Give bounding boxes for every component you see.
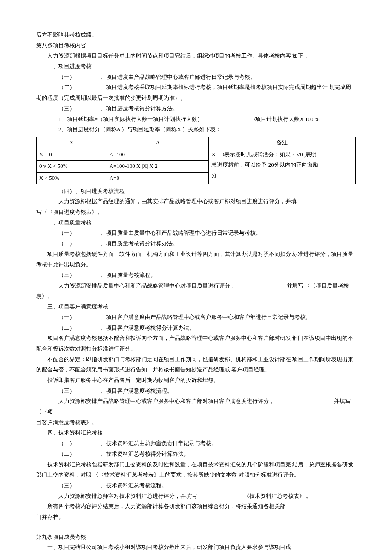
item-num: （一） — [58, 230, 75, 236]
item-text: 项目进度得分（简称A ）与项目延期率（简称X ）关系如下表： — [67, 126, 222, 132]
heading-section-2: 二、项目质量考核 — [36, 218, 356, 228]
list-item: （三）、技术资料汇总考核流程。 — [36, 480, 356, 491]
item-num: （一） — [58, 74, 75, 80]
paragraph: 目客户满意度考核表》。 — [36, 417, 356, 428]
item-text: 、项目客户满意度考核得分计算办法。 — [101, 325, 195, 331]
item-text-2: /项目计划执行大数X 100 % — [254, 116, 320, 122]
table-cell: A=100-100 X |X| X 2 — [107, 161, 209, 173]
item-num: （三） — [58, 105, 75, 112]
table-header: 备注 — [209, 137, 356, 149]
list-item: 1、项目延期率=（项目实际执行大数一项目计划执行大数）/项目计划执行大数X 10… — [36, 114, 356, 125]
text-part: 人力资源部安排总师室对技术资料汇总进行评分，并填写 — [58, 493, 197, 499]
paragraph: 项目客户满意度考核包括不配合和投诉两个方面，产品战略管理中心或客户服务中心和客户… — [36, 333, 356, 354]
paragraph: 门并存档。 — [36, 512, 356, 523]
heading-section-1: 一、项目进度考核 — [36, 61, 356, 72]
list-item: （一）、项目进度由产品战略管理中心或客户部进行日常记录与考核。 — [36, 72, 356, 83]
list-item: （二）、技术资料汇总考核得分计算办法。 — [36, 449, 356, 460]
table-cell: 0 v X < 50% — [37, 161, 107, 173]
paragraph: 一、项目完结且公司项目考核小组对该项目考核分数出来后，研发部门项目负责人要求参与… — [36, 542, 356, 553]
list-item: （二）、项目客户满意度考核得分计算办法。 — [36, 323, 356, 334]
table-row: X = 0 A=100 X = 0表示按时兀成碕洒分；如果 x V0 ,表明 总… — [37, 149, 356, 161]
item-num: 2、 — [58, 126, 67, 132]
table-cell-note: X = 0表示按时兀成碕洒分；如果 x V0 ,表明 总进度超前，可以给予 20… — [209, 149, 356, 184]
list-item: 2、项目进度得分（简称A ）与项目延期率（简称X ）关系如下表： — [36, 124, 356, 135]
table-cell: A=100 — [107, 149, 209, 161]
paragraph: 人力资源部安排产品战略管理中心或客户服务中心和客户部对项目客户满意度进行评分，并… — [36, 396, 356, 417]
note-line: 分 — [211, 170, 353, 181]
item-text: 项目延期率=（项目实际执行大数一项目计划执行大数） — [67, 116, 203, 122]
paragraph: 项目质量考核包括硬件方面、软件方面、机构方面和工业设计等四方面，其计算办法是对照… — [36, 249, 356, 270]
table-header-row: X A 备注 — [37, 137, 356, 149]
item-num: （二） — [58, 240, 75, 247]
table-cell: A=0 — [107, 172, 209, 184]
list-item: （一）、项目质量由质量中心和产品战略管理中心进行日常记录与考核。 — [36, 228, 356, 239]
item-text: 、项目进度考核采取项目延期率指标进行考核，项目延期率是指考核项目实际完成周期超出… — [36, 84, 351, 101]
item-text: 、项目质量考核得分计算办法。 — [101, 240, 178, 247]
item-text: 、项目进度由产品战略管理中心或客户部进行日常记录与考核。 — [101, 74, 256, 80]
table-cell: X > 50% — [37, 172, 107, 184]
paragraph: 不配合的界定：即指研发部门与考核部门之间在项目工作期间，也指研发部、机构部和工业… — [36, 354, 356, 375]
item-num: 1、 — [58, 116, 67, 122]
item-num: （三） — [58, 272, 75, 278]
list-item: （一）、项目客户满意度由产品战略管理中心或客户服务中心和客户部进行日常记录与考核… — [36, 312, 356, 323]
item-num: （二） — [58, 451, 75, 457]
paragraph: 写〈〈项目进度考核表》。 — [36, 207, 356, 218]
item-num: （一） — [58, 440, 75, 446]
table-header: A — [107, 137, 209, 149]
paragraph: 人力资源部安排总师室对技术资料汇总进行评分，并填写《技术资料汇总考核表》 。 — [36, 491, 356, 502]
item-num: （一） — [58, 314, 75, 320]
list-item: （四）、项目进度考核流程 — [36, 186, 356, 197]
table-cell: X = 0 — [37, 149, 107, 161]
item-text: 、项目客户满意度考核流程。 — [101, 388, 173, 394]
list-item: （二）、项目进度考核采取项目延期率指标进行考核，项目延期率是指考核项目实际完成周… — [36, 82, 356, 103]
heading-article-9: 第九条项目成员考核 — [36, 532, 356, 543]
item-text: 、技术资料汇总考核流程。 — [101, 482, 167, 489]
item-num: （二） — [58, 325, 75, 331]
paragraph: 技术资料汇总考核包括研发部门上交资料的及时性和数量，在项目技术资料汇总的几个阶段… — [36, 460, 356, 480]
paragraph: 人力资源部根据产品经理的通知，由其安排产品战略管理中心或客户部对项目进度进行评分… — [36, 196, 356, 207]
item-text: 、项目质量考核流程。 — [101, 272, 156, 278]
item-text: 、项目客户满意度由产品战略管理中心或客户服务中心和客户部进行日常记录与考核。 — [101, 314, 311, 320]
heading-section-4: 四、技术资料汇总考核 — [36, 428, 356, 438]
note-line: X = 0表示按时兀成碕洒分；如果 x V0 ,表明 — [211, 150, 353, 160]
item-text: 、技术资料汇总考核得分计算办法。 — [101, 451, 189, 457]
note-line: 总进度超前，可以给予 20分以内的正向激励 — [211, 160, 353, 170]
item-text: 、项目进度考核得分计算方法。 — [101, 105, 178, 112]
paragraph: 所有四个考核内容评分结束后，人力资源部计算各研发部门该项目综合得分，将结果通知各… — [36, 501, 356, 512]
text-part: 人力资源部安排产品战略管理中心或客户服务中心和客户部对项目客户满意度进行评分， — [58, 398, 274, 404]
item-num: （三） — [58, 388, 75, 394]
heading-section-3: 三、项目客户满意度考核 — [36, 302, 356, 312]
paragraph: 人力资源部安排品质量中心和和产品战略管理中心对项目质量进行评分，并填写 〈〈项目… — [36, 281, 356, 302]
list-item: （三）、项目质量考核流程。 — [36, 270, 356, 281]
text-part: 《技术资料汇总考核表》 。 — [244, 493, 311, 499]
item-text: 、项目质量由质量中心和产品战略管理中心进行日常记录与考核。 — [101, 230, 261, 236]
paragraph: 人力资源部根据项目目标任务单上的时间节点和项目完结后，组织对项目的考核工作。具体… — [36, 51, 356, 61]
text-part: 人力资源部安排品质量中心和和产品战略管理中心对项目质量进行评分， — [58, 282, 236, 289]
list-item: （三）、项目客户满意度考核流程。 — [36, 386, 356, 397]
item-num: （二） — [58, 84, 75, 90]
score-table: X A 备注 X = 0 A=100 X = 0表示按时兀成碕洒分；如果 x V… — [36, 137, 356, 184]
item-num: （三） — [58, 482, 75, 489]
paragraph: 后方不影响其考核成绩。 — [36, 30, 356, 40]
table-header: X — [37, 137, 107, 149]
paragraph: 投诉即指客户服务中心在产品售后一定时期内收到客户的投诉和埋怨。 — [36, 375, 356, 386]
list-item: （二）、项目质量考核得分计算办法。 — [36, 239, 356, 249]
heading-article-8: 第八条项目考核内容 — [36, 40, 356, 51]
list-item: （三）、项目进度考核得分计算方法。 — [36, 104, 356, 114]
list-item: （一）、技术资料汇总由总师室负责日常记录与考核。 — [36, 438, 356, 449]
item-text: 、技术资料汇总由总师室负责日常记录与考核。 — [101, 440, 217, 446]
